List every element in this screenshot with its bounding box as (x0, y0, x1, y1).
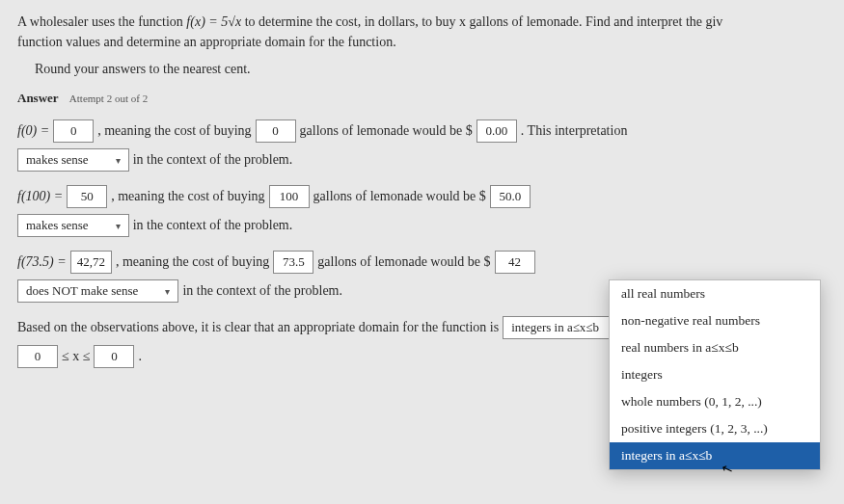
sense-value: makes sense (26, 152, 89, 168)
sense-select[interactable]: makes sense ▾ (17, 214, 129, 237)
cost-input[interactable]: 50.0 (490, 185, 531, 208)
conclusion-text: Based on the observations above, it is c… (17, 320, 499, 335)
function-expression: f(x) = 5√x (186, 14, 241, 29)
row-f0-sense: makes sense ▾ in the context of the prob… (17, 148, 827, 172)
problem-post: to determine the cost, in dollars, to bu… (245, 14, 723, 29)
chevron-down-icon: ▾ (116, 221, 121, 231)
sense-value: does NOT make sense (26, 283, 138, 299)
domain-option[interactable]: all real numbers (610, 280, 820, 307)
sense-select[interactable]: makes sense ▾ (17, 148, 129, 172)
text: , meaning the cost of buying (111, 189, 264, 204)
text: , meaning the cost of buying (97, 123, 251, 139)
problem-line2: function values and determine an appropr… (17, 35, 396, 49)
problem-statement: A wholesaler uses the function f(x) = 5√… (17, 12, 827, 52)
domain-option[interactable]: positive integers (1, 2, 3, ...) (610, 415, 820, 442)
chevron-down-icon: ▾ (165, 286, 170, 297)
attempt-count: Attempt 2 out of 2 (69, 93, 148, 104)
cost-input[interactable]: 42 (495, 251, 535, 274)
fn-label: f(73.5) = (17, 254, 67, 270)
fn-label: f(100) = (17, 189, 63, 204)
domain-option[interactable]: whole numbers (0, 1, 2, ...) (610, 388, 820, 415)
row-f100: f(100) = 50 , meaning the cost of buying… (17, 185, 827, 208)
answer-header: Answer Attempt 2 out of 2 (17, 91, 827, 106)
gallons-input[interactable]: 100 (269, 185, 310, 208)
fn-label: f(0) = (17, 123, 49, 139)
fn-value-input[interactable]: 0 (53, 119, 94, 143)
gallons-input[interactable]: 73.5 (273, 251, 313, 274)
text: . This interpretation (521, 123, 628, 139)
sense-select[interactable]: does NOT make sense ▾ (17, 279, 178, 303)
text: gallons of lemonade would be $ (317, 254, 490, 270)
lower-bound-input[interactable]: 0 (17, 345, 58, 368)
row-f735: f(73.5) = 42,72 , meaning the cost of bu… (17, 251, 827, 274)
text: in the context of the problem. (133, 152, 293, 168)
row-f0: f(0) = 0 , meaning the cost of buying 0 … (17, 119, 827, 143)
domain-option[interactable]: real numbers in a≤x≤b (610, 334, 820, 361)
cost-input[interactable]: 0.00 (476, 119, 517, 143)
row-f100-sense: makes sense ▾ in the context of the prob… (17, 214, 827, 237)
problem-pre: A wholesaler uses the function (17, 14, 186, 29)
fn-value-input[interactable]: 42,72 (70, 251, 112, 274)
domain-option[interactable]: non-negative real numbers (610, 307, 820, 334)
text: gallons of lemonade would be $ (300, 123, 473, 139)
domain-dropdown[interactable]: all real numbersnon-negative real number… (609, 279, 821, 470)
gallons-input[interactable]: 0 (256, 119, 296, 143)
text: , meaning the cost of buying (116, 254, 269, 270)
rounding-instruction: Round your answers to the nearest cent. (35, 62, 827, 77)
domain-option[interactable]: integers (610, 361, 820, 388)
upper-bound-input[interactable]: 0 (94, 345, 134, 368)
text: in the context of the problem. (182, 283, 342, 299)
sense-value: makes sense (26, 218, 89, 233)
answer-label: Answer (17, 91, 59, 105)
domain-option[interactable]: integers in a≤x≤b (610, 442, 820, 469)
fn-value-input[interactable]: 50 (67, 185, 107, 208)
domain-value: integers in a≤x≤b (511, 320, 599, 335)
inequality: ≤ x ≤ (62, 349, 90, 364)
chevron-down-icon: ▾ (116, 155, 121, 166)
text: gallons of lemonade would be $ (313, 189, 486, 204)
period: . (138, 349, 142, 364)
text: in the context of the problem. (133, 218, 293, 233)
